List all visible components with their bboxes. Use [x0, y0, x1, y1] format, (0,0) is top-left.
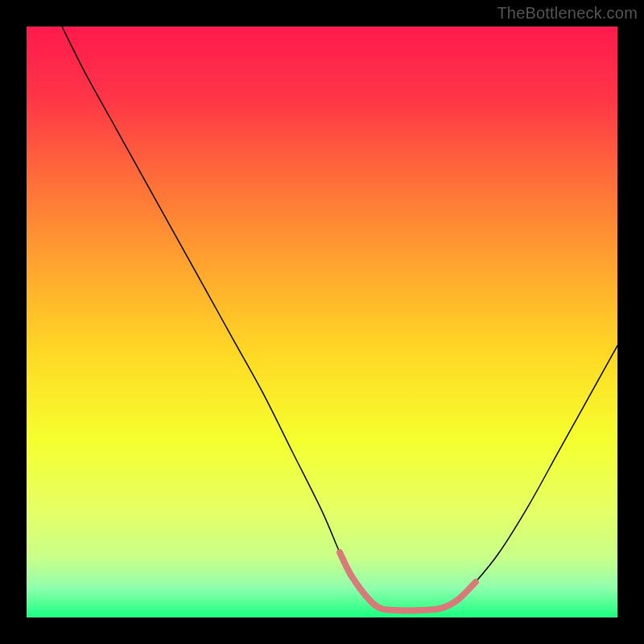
watermark-label: TheBottleneck.com — [497, 4, 638, 23]
bottleneck-chart — [27, 27, 617, 617]
gradient-background — [27, 27, 617, 617]
chart-svg — [27, 27, 617, 617]
chart-container: TheBottleneck.com — [0, 0, 644, 644]
